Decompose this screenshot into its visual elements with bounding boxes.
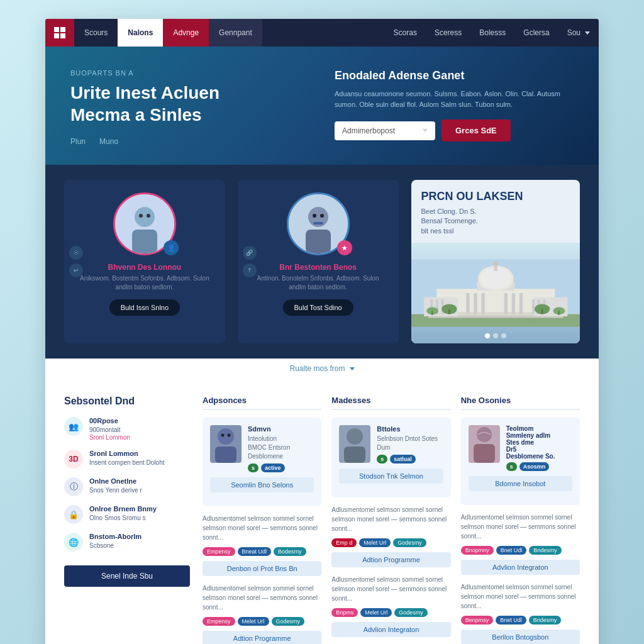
nav-item-gclersa[interactable]: Gclersa (514, 19, 558, 47)
arrow-icon: ↩ (69, 264, 83, 277)
carousel-dots (485, 333, 506, 338)
sidebar-item-1: 3D Sronl Lommon Insent compen bent Doloh… (64, 450, 190, 469)
svg-rect-38 (558, 311, 559, 315)
svg-point-32 (493, 262, 498, 266)
card-link-2-1[interactable]: Stodson Tnk Selmon (339, 469, 443, 484)
content-columns: Adpsonces (203, 396, 580, 644)
nav-item-gennpant[interactable]: Gennpant (209, 19, 262, 47)
col-title-1: Adpsonces (203, 396, 321, 410)
profile-btn-2[interactable]: Buld Tost Sdino (283, 299, 353, 316)
card-text-2-2: Adlusmentomel selmson sommel sornel selm… (331, 575, 450, 603)
card-action-3-1[interactable]: Advlion Integraton (461, 560, 580, 575)
sidebar-item-2: ⓘ Onlne Onetlne Snos Yenn derive r (64, 477, 190, 496)
hero-link-muno[interactable]: Muno (99, 137, 118, 146)
svg-rect-19 (531, 299, 534, 314)
svg-rect-42 (215, 447, 236, 463)
badge-asosmn-3: Asosmn (519, 462, 550, 471)
hero-cta-button[interactable]: Grces SdE (441, 119, 511, 142)
dot-2[interactable] (493, 333, 498, 338)
tag-3-2-2: Bndesmy (529, 616, 562, 625)
tag-3-2-1: Bnet Udl (496, 616, 526, 625)
page-wrapper: Scours Nalons Advnge Gennpant Scoras Sce… (45, 19, 599, 644)
profile-avatar-wrap-2: ★ (287, 192, 350, 255)
nav-item-sou[interactable]: Sou (558, 19, 599, 47)
nav-item-scoras[interactable]: Scoras (385, 19, 426, 47)
profiles-section: ☉ ↩ 👤 Bhvenn Des Lonnou (45, 165, 599, 358)
badge-satlual-2: satlual (390, 455, 416, 464)
expand-row[interactable]: Rualte mos from (45, 358, 599, 378)
tag-3-2-0: Benpmsy (461, 616, 494, 625)
profile-desc-1: Anikswom. Bostentm Sofonbs. Adbsom. Sulo… (74, 274, 215, 292)
col-title-3: Nhe Osonies (461, 396, 580, 410)
hero-title: Urite Inest AcluenMecma a Sinles (70, 82, 309, 126)
card-text-1-1: Adlusmentomel selmson sommel sornel selm… (203, 514, 321, 542)
content-card-3-1: Teolmom Smmleny adlm Stes dme Dr5 Desblo… (461, 418, 580, 505)
profile-card-2: 🔗 ⇡ ★ Bnr Besto (238, 180, 399, 343)
svg-point-7 (320, 214, 324, 218)
globe-icon: 🌐 (64, 533, 83, 552)
svg-rect-5 (306, 230, 331, 253)
capitol-subtitle-2: Bensal Tcomenge. (421, 216, 570, 226)
card-action-1-2[interactable]: Adtion Programme (203, 631, 321, 644)
sidebar-item-sub-3: Olno Smos Sromu s (89, 514, 190, 522)
sidebar-item-3: 🔒 Onlroe Brnem Bnmy Olno Smos Sromu s (64, 505, 190, 524)
svg-point-3 (147, 214, 150, 218)
card-link-3-1[interactable]: Bdomne Insobot (469, 476, 572, 491)
sidebar-cta-button[interactable]: Senel Inde Sbu (64, 565, 190, 587)
profile-btn-1[interactable]: Buld Issn Snlno (109, 299, 180, 316)
svg-point-45 (347, 428, 363, 445)
link-icon: 🔗 (243, 246, 257, 260)
svg-point-0 (135, 207, 155, 227)
content-col-2: Madesses Bttoles (331, 396, 450, 644)
svg-point-2 (139, 214, 143, 218)
hero-cta-row: Admimerbopost Grces SdE (335, 119, 574, 142)
tag-1-2-1: Melet Url (238, 617, 269, 626)
person-silhouette-2 (299, 203, 337, 253)
tag-3-1-2: Bndesmy (529, 546, 562, 555)
content-col-3: Nhe Osonies (461, 396, 580, 644)
content-card-1-1: Sdmvn Inteolution BMOC Entsron Desblomen… (203, 418, 321, 506)
card-tags-2-1: Emp d Melet Url Godesmy (331, 538, 450, 547)
capitol-image (411, 243, 580, 343)
nav-logo[interactable] (45, 19, 74, 47)
dot-1[interactable] (485, 333, 490, 338)
card-action-2-1[interactable]: Adtion Programme (331, 552, 450, 567)
sidebar-item-4: 🌐 Bnstom-Aborlm Scbsone (64, 533, 190, 552)
logo-squares (54, 27, 65, 38)
card-link-1-1[interactable]: Seomlin Bno Selons (210, 477, 314, 492)
nav-item-sceress[interactable]: Sceress (426, 19, 470, 47)
tag-3-1-0: Bnopmny (461, 546, 494, 555)
nav-item-scours[interactable]: Scours (74, 19, 118, 47)
card-action-1-1[interactable]: Denbon ol Prot Bns Bn (203, 561, 321, 576)
card-action-3-2[interactable]: Berllon Bntogsbon (461, 630, 580, 644)
badge-active-1: active (261, 464, 285, 472)
dot-3[interactable] (501, 333, 506, 338)
tag-2-1-0: Emp d (331, 538, 357, 547)
svg-point-44 (228, 434, 231, 437)
hero-left: BUOPARTS BN A Urite Inest AcluenMecma a … (70, 69, 309, 146)
nav-item-advnge[interactable]: Advnge (163, 19, 209, 47)
card-tags-1-2: Empensy Melet Url Godesmy (203, 617, 321, 626)
badge-s-1: s (248, 464, 258, 472)
nav-item-nalons[interactable]: Nalons (118, 19, 163, 47)
card-name-2-1: Bttoles (377, 425, 443, 433)
select-chevron-icon (423, 129, 428, 132)
hero-subtitle: BUOPARTS BN A (70, 69, 309, 77)
share-icon: ⇡ (243, 264, 257, 277)
nav-items-left: Scours Nalons Advnge Gennpant (74, 19, 262, 47)
card-action-2-2[interactable]: Advlion Integraton (331, 622, 450, 637)
sidebar-link-0[interactable]: Sronl Lommon (89, 434, 190, 441)
nav-item-bolesss[interactable]: Bolesss (470, 19, 514, 47)
hero-link-plan[interactable]: Plun (70, 137, 86, 146)
hero-select[interactable]: Admimerbopost (335, 121, 435, 140)
person-silhouette-1 (126, 203, 164, 253)
sidebar: Sebsontel Dnd 👥 00Rpose 900montalt Sronl… (64, 396, 190, 644)
capitol-subtitle-1: Beet Clong. Dn S. (421, 207, 570, 216)
svg-rect-22 (466, 293, 469, 314)
svg-rect-26 (511, 293, 514, 314)
tag-1-1-1: Bneat Udl (238, 547, 272, 556)
svg-rect-25 (504, 293, 507, 314)
profile-name-1: Bhvenn Des Lonnou (108, 263, 182, 272)
card-badges-2-1: s satlual (377, 455, 443, 464)
svg-point-41 (218, 428, 234, 445)
